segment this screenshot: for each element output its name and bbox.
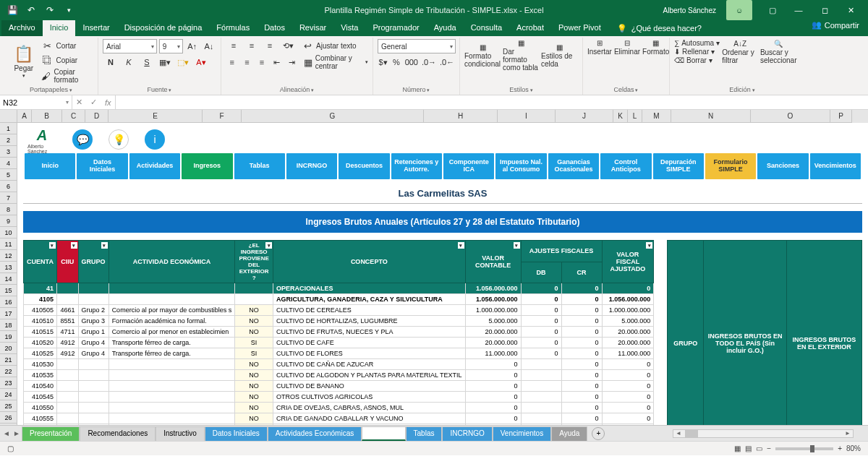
align-right-icon[interactable]: ≡ <box>255 56 268 69</box>
group-number[interactable]: Número <box>378 86 455 95</box>
col-header[interactable]: O <box>751 110 830 123</box>
nav-btn-14[interactable]: Sanciones <box>757 153 808 179</box>
fill-color-icon[interactable]: ⬚▾ <box>175 56 191 69</box>
horizontal-scrollbar[interactable]: ◄► <box>673 429 854 438</box>
increase-decimal-icon[interactable]: .0→ <box>421 56 437 69</box>
nav-btn-13[interactable]: Formulario SIMPLE <box>705 153 756 179</box>
col-header[interactable]: K <box>613 110 628 123</box>
row-header[interactable]: 24 <box>0 389 17 400</box>
nav-btn-15[interactable]: Vencimientos <box>810 153 861 179</box>
align-center-icon[interactable]: ≡ <box>241 56 254 69</box>
name-box[interactable]: N32 <box>0 95 72 109</box>
indent-inc-icon[interactable]: ⇥ <box>286 56 299 69</box>
row-header[interactable]: 5 <box>0 169 17 181</box>
normal-view-icon[interactable]: ▦ <box>734 444 741 452</box>
row-header[interactable]: 7 <box>0 192 17 204</box>
format-painter-button[interactable]: 🖌Copiar formato <box>41 68 93 84</box>
enter-fx-icon[interactable]: ✓ <box>90 98 97 107</box>
sheet-next-icon[interactable]: ► <box>13 429 20 437</box>
row-header[interactable]: 11 <box>0 239 17 250</box>
conditional-format-button[interactable]: ▦Formato condicional <box>464 43 501 68</box>
zoom-level[interactable]: 80% <box>846 444 861 452</box>
worksheet[interactable]: ABCDEFGHIJKLMNOP 12345678910111213141516… <box>0 110 868 425</box>
zoom-slider[interactable] <box>775 447 833 450</box>
redo-icon[interactable]: ↷ <box>42 2 58 18</box>
tab-vista[interactable]: Vista <box>333 20 365 36</box>
record-macro-icon[interactable]: ▢ <box>7 444 14 452</box>
row-header[interactable]: 8 <box>0 204 17 215</box>
row-header[interactable]: 12 <box>0 250 17 262</box>
tab-revisar[interactable]: Revisar <box>292 20 333 36</box>
decrease-font-icon[interactable]: A↓ <box>202 40 216 53</box>
col-header[interactable]: N <box>671 110 751 123</box>
nav-btn-6[interactable]: Descuentos <box>339 153 389 179</box>
cancel-fx-icon[interactable]: ✕ <box>76 98 82 107</box>
tab-insertar[interactable]: Insertar <box>75 20 116 36</box>
nav-btn-2[interactable]: Actividades <box>129 153 180 179</box>
align-bottom-icon[interactable]: ≡ <box>262 39 278 52</box>
tab-ayuda[interactable]: Ayuda <box>427 20 464 36</box>
zoom-in-icon[interactable]: + <box>838 444 842 452</box>
merge-button[interactable]: ▦Combinar y centrar▾ <box>303 54 368 70</box>
row-header[interactable]: 18 <box>0 319 17 331</box>
nav-btn-5[interactable]: INCRNGO <box>286 153 337 179</box>
group-clipboard[interactable]: Portapapeles <box>9 86 93 95</box>
tab-formulas[interactable]: Fórmulas <box>209 20 257 36</box>
align-top-icon[interactable]: ≡ <box>226 39 242 52</box>
add-sheet-button[interactable]: + <box>592 427 605 440</box>
row-header[interactable]: 9 <box>0 215 17 227</box>
col-header[interactable]: E <box>109 110 203 123</box>
underline-button[interactable]: S <box>139 56 155 69</box>
page-layout-icon[interactable]: ▤ <box>745 444 752 452</box>
undo-icon[interactable]: ↶ <box>23 2 39 18</box>
tab-powerpivot[interactable]: Power Pivot <box>551 20 608 36</box>
row-header[interactable]: 6 <box>0 181 17 192</box>
col-header[interactable]: A <box>17 110 32 123</box>
row-header[interactable]: 15 <box>0 285 17 296</box>
tab-diseno[interactable]: Disposición de página <box>117 20 210 36</box>
align-left-icon[interactable]: ≡ <box>226 56 239 69</box>
font-color-icon[interactable]: A▾ <box>193 56 209 69</box>
format-table-button[interactable]: ▦Dar formato como tabla <box>503 39 539 72</box>
nav-btn-0[interactable]: Inicio <box>25 153 75 179</box>
row-header[interactable]: 17 <box>0 308 17 319</box>
share-button[interactable]: 👥 Compartir <box>812 20 859 30</box>
tab-inicio[interactable]: Inicio <box>43 20 76 36</box>
sheet-tab[interactable]: Vencimientos <box>493 426 551 441</box>
tab-acrobat[interactable]: Acrobat <box>509 20 551 36</box>
col-header[interactable]: B <box>32 110 62 123</box>
formula-input[interactable] <box>116 95 868 109</box>
group-editing[interactable]: Edición <box>674 86 810 95</box>
col-header[interactable]: J <box>556 110 613 123</box>
row-header[interactable]: 14 <box>0 273 17 285</box>
col-header[interactable]: F <box>203 110 242 123</box>
tab-file[interactable]: Archivo <box>1 20 43 36</box>
summary-table[interactable]: GRUPOINGRESOS BRUTOS EN TODO EL PAÍS (Si… <box>667 240 862 425</box>
find-select-button[interactable]: 🔍Buscar y seleccionar <box>760 40 796 64</box>
bold-button[interactable]: N <box>103 56 119 69</box>
tell-me[interactable]: 💡¿Qué desea hacer? <box>617 20 702 36</box>
align-middle-icon[interactable]: ≡ <box>244 39 260 52</box>
nav-btn-7[interactable]: Retenciones y Autorre. <box>391 153 442 179</box>
maximize-icon[interactable]: ◻ <box>812 0 838 20</box>
row-header[interactable]: 16 <box>0 296 17 308</box>
nav-btn-4[interactable]: Tablas <box>234 153 285 179</box>
zoom-out-icon[interactable]: − <box>767 444 771 452</box>
number-format-select[interactable]: General <box>378 39 456 53</box>
sheet-tab[interactable]: Actividades Económicas <box>268 426 362 441</box>
font-name-select[interactable]: Arial <box>103 39 157 53</box>
borders-icon[interactable]: ▦▾ <box>157 56 173 69</box>
row-header[interactable]: 20 <box>0 343 17 354</box>
row-header[interactable]: 21 <box>0 354 17 366</box>
info-icon[interactable]: i <box>145 129 165 150</box>
col-header[interactable]: L <box>628 110 642 123</box>
fill-button[interactable]: ⬇ Rellenar ▾ <box>674 48 720 56</box>
copy-button[interactable]: ⿻Copiar <box>41 53 93 66</box>
qat-more-icon[interactable]: ▾ <box>61 2 77 18</box>
group-cells[interactable]: Celdas <box>587 86 665 95</box>
group-alignment[interactable]: Alineación <box>226 86 368 95</box>
row-header[interactable]: 19 <box>0 331 17 343</box>
col-header[interactable]: G <box>242 110 424 123</box>
save-icon[interactable]: 💾 <box>4 2 20 18</box>
delete-cells-button[interactable]: ⊟Eliminar <box>614 39 640 56</box>
